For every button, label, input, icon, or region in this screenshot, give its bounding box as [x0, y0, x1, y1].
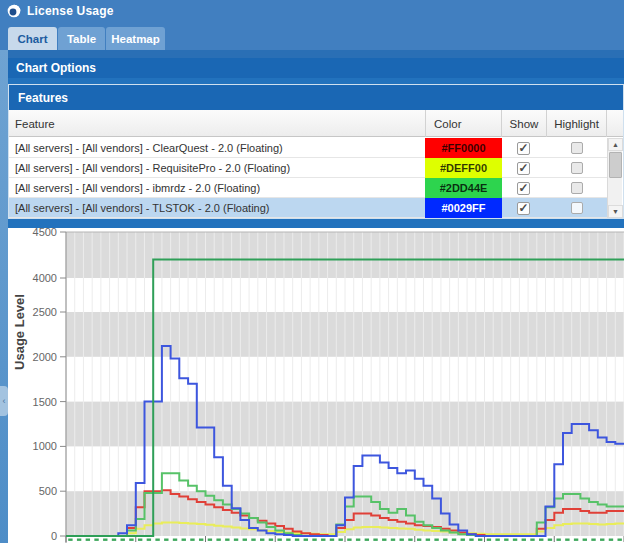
features-panel-header: Features	[9, 85, 623, 110]
svg-text:1500: 1500	[33, 396, 57, 408]
svg-text:4500: 4500	[33, 228, 57, 238]
feature-name: [All servers] - [All vendors] - ClearQue…	[15, 138, 283, 158]
feature-name: [All servers] - [All vendors] - Requisit…	[15, 158, 290, 178]
tab-chart[interactable]: Chart	[8, 27, 57, 50]
svg-text:2500: 2500	[33, 306, 57, 318]
highlight-checkbox[interactable]	[571, 202, 583, 214]
app-logo-icon	[7, 4, 21, 18]
table-row[interactable]: [All servers] - [All vendors] - TLSTOK -…	[9, 198, 607, 218]
highlight-checkbox[interactable]	[571, 142, 583, 154]
highlight-checkbox[interactable]	[571, 162, 583, 174]
feature-name: [All servers] - [All vendors] - ibmrdz -…	[15, 178, 260, 198]
table-row[interactable]: [All servers] - [All vendors] - ClearQue…	[9, 138, 607, 158]
left-splitter-strip: ‹	[0, 50, 8, 543]
tab-heatmap[interactable]: Heatmap	[106, 27, 165, 50]
column-header-highlight: Highlight	[546, 110, 606, 137]
table-scrollbar[interactable]: ▲ ▼	[607, 138, 622, 218]
feature-color-cell[interactable]: #FF0000	[425, 138, 502, 158]
scrollbar-thumb[interactable]	[609, 152, 622, 178]
show-checkbox[interactable]: ✓	[517, 182, 530, 195]
feature-color-cell[interactable]: #DEFF00	[425, 158, 502, 178]
features-rows: [All servers] - [All vendors] - ClearQue…	[9, 138, 607, 218]
svg-text:4000: 4000	[33, 272, 57, 284]
column-header-end-spacer	[606, 110, 623, 137]
feature-color-cell[interactable]: #2DD44E	[425, 178, 502, 198]
tab-divider	[0, 50, 624, 58]
column-header-show: Show	[501, 110, 546, 137]
title-bar: License Usage	[0, 0, 624, 22]
svg-text:500: 500	[39, 485, 57, 497]
tab-table[interactable]: Table	[58, 27, 105, 50]
scrollbar-down-arrow-icon[interactable]: ▼	[608, 205, 623, 218]
features-panel: Features Feature Color Show Highlight [A…	[8, 84, 624, 219]
usage-chart-panel: Usage Level 0500100015002000250040004500	[8, 228, 624, 543]
scrollbar-up-arrow-icon[interactable]: ▲	[608, 138, 623, 151]
panel-collapse-handle[interactable]: ‹	[0, 386, 8, 416]
svg-text:2000: 2000	[33, 351, 57, 363]
column-header-color: Color	[425, 110, 501, 137]
svg-text:1000: 1000	[33, 440, 57, 452]
chart-options-bar[interactable]: Chart Options	[8, 58, 624, 78]
license-usage-window: License Usage Chart Table Heatmap ‹ Char…	[0, 0, 624, 543]
table-row[interactable]: [All servers] - [All vendors] - Requisit…	[9, 158, 607, 178]
show-checkbox[interactable]: ✓	[517, 202, 530, 215]
feature-name: [All servers] - [All vendors] - TLSTOK -…	[15, 198, 270, 218]
svg-text:0: 0	[51, 530, 57, 542]
usage-chart-plot: 0500100015002000250040004500	[8, 228, 624, 543]
window-title: License Usage	[27, 4, 114, 18]
tab-strip: Chart Table Heatmap	[0, 22, 624, 50]
show-checkbox[interactable]: ✓	[517, 162, 530, 175]
table-row[interactable]: [All servers] - [All vendors] - ibmrdz -…	[9, 178, 607, 198]
highlight-checkbox[interactable]	[571, 182, 583, 194]
column-header-feature: Feature	[9, 110, 425, 137]
show-checkbox[interactable]: ✓	[517, 142, 530, 155]
features-table: Feature Color Show Highlight [All server…	[9, 110, 623, 218]
feature-color-cell[interactable]: #0029FF	[425, 198, 502, 218]
features-table-header: Feature Color Show Highlight	[9, 110, 623, 137]
